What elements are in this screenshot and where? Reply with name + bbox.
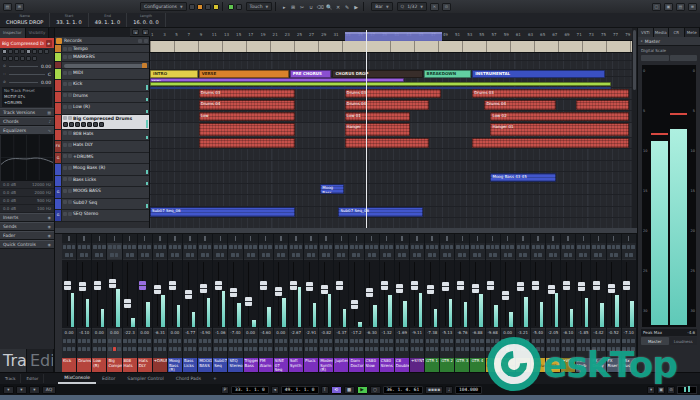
- track-mini-button[interactable]: [68, 154, 72, 158]
- channel-mini-button[interactable]: [582, 245, 586, 249]
- channel-mini-button[interactable]: [147, 347, 151, 351]
- channel-mini-button[interactable]: [113, 339, 117, 343]
- channel-mini-button[interactable]: [234, 347, 238, 351]
- channel-name-label[interactable]: C8 Double: [395, 358, 409, 372]
- clip[interactable]: Hanger 01: [490, 123, 629, 136]
- channel-mini-button[interactable]: [290, 245, 294, 249]
- channel-mini-button[interactable]: [208, 339, 212, 343]
- channel-mini-button[interactable]: [506, 245, 510, 249]
- channel-fader-zone[interactable]: [380, 259, 394, 329]
- channel-mini-button[interactable]: [78, 347, 82, 351]
- channel-mini-button[interactable]: [87, 339, 91, 343]
- channel-mini-button[interactable]: [266, 253, 270, 257]
- channel-mini-button[interactable]: [352, 253, 356, 257]
- channel-mini-button[interactable]: [571, 245, 575, 249]
- event-display[interactable]: INTROVERSEPRE CHORUSCHORUS DROPBREAKDOWN…: [150, 53, 632, 228]
- channel-mini-button[interactable]: [335, 339, 339, 343]
- mixer-channel-strip[interactable]: -4.60FM Alarm: [259, 234, 274, 372]
- mixer-channel-strip[interactable]: -1.32CS80 Sirens: [380, 234, 395, 372]
- channel-name-label[interactable]: Low (R): [92, 358, 106, 372]
- channel-mini-button[interactable]: [495, 245, 499, 249]
- channel-mini-button[interactable]: [175, 253, 179, 257]
- stop-button[interactable]: ■: [344, 386, 355, 394]
- channel-mini-button[interactable]: [82, 339, 86, 343]
- channel-mini-button[interactable]: [102, 245, 106, 249]
- channel-routing-row[interactable]: [561, 234, 575, 243]
- channel-mini-button[interactable]: [199, 339, 203, 343]
- channel-mini-button[interactable]: [601, 245, 605, 249]
- track-mini-button[interactable]: [68, 200, 72, 204]
- channel-routing-row[interactable]: [395, 234, 409, 243]
- channel-mini-button[interactable]: [405, 339, 409, 343]
- mixer-channel-strip[interactable]: 0.00Trigger Bass: [244, 234, 259, 372]
- channel-routing-row[interactable]: [228, 234, 242, 243]
- section-quick-controls[interactable]: Quick Controls◉: [0, 240, 54, 249]
- channel-fader-zone[interactable]: [168, 259, 182, 329]
- channel-mini-button[interactable]: [296, 253, 300, 257]
- channel-mini-button[interactable]: [279, 339, 283, 343]
- eq-band-row[interactable]: 0.0 dB12000 Hz: [0, 181, 54, 189]
- channel-mini-button[interactable]: [445, 339, 449, 343]
- channel-mini-button[interactable]: [214, 245, 218, 249]
- fader-handle[interactable]: [351, 300, 358, 309]
- arrange-track-lane[interactable]: [150, 172, 632, 184]
- track-row[interactable]: 808 Hats: [55, 130, 149, 142]
- channel-mini-button[interactable]: [102, 339, 106, 343]
- track-mini-button[interactable]: [75, 122, 80, 127]
- channel-mini-button[interactable]: [359, 245, 363, 249]
- channel-routing-row[interactable]: [470, 234, 484, 243]
- channel-mini-button[interactable]: [284, 339, 288, 343]
- channel-routing-row[interactable]: [289, 234, 303, 243]
- channel-mini-button[interactable]: [229, 245, 233, 249]
- mixer-channel-strip[interactable]: -6.88GTR 4: [470, 234, 485, 372]
- channel-mini-button[interactable]: [337, 253, 341, 257]
- eq-band-row[interactable]: 0.0 dB100 Hz: [0, 205, 54, 213]
- track-mini-button[interactable]: [63, 200, 67, 204]
- fader-handle[interactable]: [396, 284, 403, 293]
- channel-mini-button[interactable]: [526, 245, 530, 249]
- channel-mini-button[interactable]: [350, 245, 354, 249]
- channel-fader-zone[interactable]: [183, 259, 197, 329]
- fader-handle[interactable]: [532, 281, 539, 290]
- eq-bypass-button[interactable]: [8, 56, 13, 61]
- track-mini-button[interactable]: [68, 166, 72, 170]
- channel-routing-row[interactable]: [365, 234, 379, 243]
- fader-handle[interactable]: [366, 288, 373, 297]
- channel-mini-button[interactable]: [102, 347, 106, 351]
- channel-mini-button[interactable]: [128, 347, 132, 351]
- channel-mini-button[interactable]: [400, 245, 404, 249]
- tracklist-filter-icon[interactable]: [138, 39, 142, 43]
- arranger-slider[interactable]: [64, 64, 147, 68]
- channel-mini-button[interactable]: [231, 253, 235, 257]
- channel-mini-button[interactable]: [445, 347, 449, 351]
- project-activate-icon[interactable]: ⊞: [15, 3, 24, 11]
- channel-name-label[interactable]: Sub07 Seq: [213, 358, 227, 372]
- channel-mini-button[interactable]: [143, 339, 147, 343]
- channel-mini-button[interactable]: [158, 245, 162, 249]
- channel-mini-button[interactable]: [294, 347, 298, 351]
- channel-mini-button[interactable]: [625, 253, 629, 257]
- info-end-field[interactable]: End 49. 1. 1. 0: [89, 13, 127, 27]
- arranger-section-chorus-drop[interactable]: CHORUS DROP: [332, 70, 422, 78]
- channel-fader-zone[interactable]: [501, 259, 515, 329]
- channel-mini-button[interactable]: [281, 253, 285, 257]
- channel-mini-button[interactable]: [67, 339, 71, 343]
- channel-mini-button[interactable]: [413, 253, 417, 257]
- audio-click-button[interactable]: ▾: [29, 386, 40, 394]
- read-button[interactable]: [26, 49, 31, 54]
- channel-routing-row[interactable]: [77, 234, 91, 243]
- fader-handle[interactable]: [381, 281, 388, 290]
- channel-routing-row[interactable]: [380, 234, 394, 243]
- channel-fader-zone[interactable]: [470, 259, 484, 329]
- mixer-channel-strip[interactable]: -1.69C8 Double: [395, 234, 410, 372]
- window-setup-icon[interactable]: ▤: [3, 3, 12, 11]
- aq-button[interactable]: AQ: [42, 386, 56, 394]
- track-mini-button[interactable]: [99, 122, 104, 127]
- fader-handle[interactable]: [260, 281, 267, 290]
- channel-mini-button[interactable]: [335, 245, 339, 249]
- info-name-field[interactable]: Name CHORUS DROP: [0, 13, 50, 27]
- channel-mini-button[interactable]: [123, 347, 127, 351]
- channel-mini-button[interactable]: [234, 245, 238, 249]
- channel-mini-button[interactable]: [320, 347, 324, 351]
- channel-fader-zone[interactable]: [123, 259, 137, 329]
